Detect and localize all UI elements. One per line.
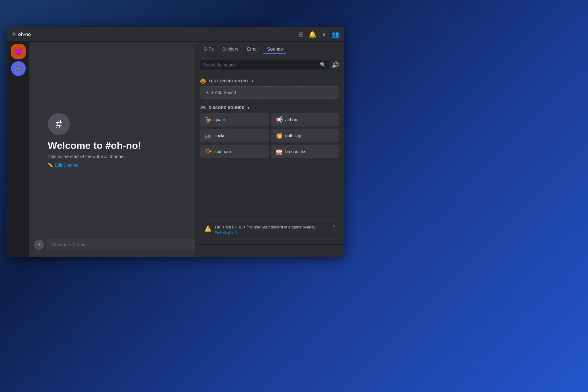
ba-dum-tss-emoji: 🥁 <box>275 148 283 155</box>
server-icon-discord[interactable]: 🎮 <box>11 61 26 76</box>
tab-emoji[interactable]: Emoji <box>243 44 262 54</box>
discord-sounds-chevron: ▾ <box>247 106 249 110</box>
sound-sad-horn[interactable]: 📯 sad horn <box>200 145 269 158</box>
tip-close-button[interactable]: ✕ <box>332 224 336 229</box>
test-environment-section-header[interactable]: 🎃 TEST ENVIRONMENT ▾ <box>200 76 339 86</box>
members-icon[interactable]: 👥 <box>332 31 339 38</box>
sound-cricket[interactable]: 🦗 cricket <box>200 129 269 142</box>
search-input-wrapper: 🔍 <box>200 60 329 70</box>
cricket-emoji: 🦗 <box>204 132 212 139</box>
add-sound-label: + Add Sound <box>211 90 236 95</box>
discord-sounds-icon: 🎮 <box>200 105 206 111</box>
add-attachment-button[interactable]: + <box>34 240 44 250</box>
pins-icon[interactable]: ★ <box>321 31 327 38</box>
warning-icon: ⚠️ <box>205 225 211 232</box>
channel-welcome-icon: # <box>48 113 70 135</box>
tip-link-suffix: . <box>237 230 238 235</box>
discord-sounds-section-header[interactable]: 🎮 DISCORD SOUNDS ▾ <box>200 102 339 113</box>
sound-airhorn[interactable]: 📢 airhorn <box>271 113 340 126</box>
discord-window: # oh-no ⊞ 🔔 ★ 👥 😈 🎮 # <box>7 27 344 257</box>
tip-banner: ⚠️ TIP: Hold CTRL + ` to use Soundboard … <box>200 221 339 239</box>
title-bar-left: # oh-no <box>12 31 31 38</box>
notifications-icon[interactable]: 🔔 <box>309 31 316 38</box>
tab-gifs[interactable]: GIFs <box>200 44 217 54</box>
sad-horn-emoji: 📯 <box>204 148 212 155</box>
quack-label: quack <box>214 117 226 122</box>
search-bar: 🔍 🔊 <box>195 56 344 73</box>
tip-text: TIP: Hold CTRL + ` to use Soundboard in … <box>214 224 316 236</box>
sad-horn-label: sad horn <box>214 149 231 154</box>
volume-icon[interactable]: 🔊 <box>332 61 339 69</box>
channel-name: oh-no <box>18 32 31 37</box>
airhorn-label: airhorn <box>285 117 299 122</box>
sound-quack[interactable]: 🦆 quack <box>200 113 269 126</box>
test-env-chevron: ▾ <box>252 79 254 83</box>
golf-clap-label: golf clap <box>285 133 301 138</box>
edit-keybind-label: Edit Keybind <box>214 230 237 235</box>
content-area: 😈 🎮 # Welcome to #oh-no! This is the sta… <box>7 42 344 257</box>
tab-stickers[interactable]: Stickers <box>219 44 242 54</box>
main-chat: # Welcome to #oh-no! This is the start o… <box>29 42 344 257</box>
tab-sounds[interactable]: Sounds <box>263 44 286 54</box>
sound-golf-clap[interactable]: 👏 golf clap <box>271 129 340 142</box>
server-icon-test[interactable]: 😈 <box>11 44 26 59</box>
title-bar-right: ⊞ 🔔 ★ 👥 <box>299 31 339 38</box>
edit-keybind-link[interactable]: Edit Keybind. <box>214 230 238 235</box>
pencil-icon: ✏️ <box>48 163 53 168</box>
ba-dum-tss-label: ba dum tss <box>285 149 306 154</box>
cricket-label: cricket <box>214 133 227 138</box>
popup-tabs: GIFs Stickers Emoji Sounds <box>195 42 344 56</box>
airhorn-emoji: 📢 <box>275 116 283 123</box>
test-env-label: TEST ENVIRONMENT <box>209 79 249 83</box>
welcome-description: This is the start of the #oh-no channel. <box>48 154 126 159</box>
popup-bottom <box>195 244 344 257</box>
sounds-list: 🎃 TEST ENVIRONMENT ▾ ＋ + Add Sound 🎮 DIS… <box>195 73 344 218</box>
hash-symbol: # <box>56 118 62 130</box>
sound-ba-dum-tss[interactable]: 🥁 ba dum tss <box>271 145 340 158</box>
threads-icon[interactable]: ⊞ <box>299 31 304 38</box>
server-sidebar: 😈 🎮 <box>7 42 29 257</box>
channel-hash-symbol: # <box>12 31 16 38</box>
edit-channel-label: Edit Channel <box>55 163 79 168</box>
welcome-title: Welcome to #oh-no! <box>48 140 141 151</box>
search-icon: 🔍 <box>320 62 326 68</box>
golf-clap-emoji: 👏 <box>275 132 283 139</box>
title-bar: # oh-no ⊞ 🔔 ★ 👥 <box>7 27 344 42</box>
plus-icon: ＋ <box>205 90 209 95</box>
edit-channel-link[interactable]: ✏️ Edit Channel <box>48 163 79 168</box>
tip-main-text: TIP: Hold CTRL + ` to use Soundboard in … <box>214 225 316 229</box>
discord-sounds-label: DISCORD SOUNDS <box>209 106 244 110</box>
search-input[interactable] <box>203 62 318 67</box>
add-sound-button[interactable]: ＋ + Add Sound <box>200 86 339 99</box>
soundboard-popup: GIFs Stickers Emoji Sounds <box>195 42 344 257</box>
sound-grid: 🦆 quack 📢 airhorn 🦗 cricket 👏 <box>200 113 339 158</box>
quack-emoji: 🦆 <box>204 116 212 123</box>
test-env-icon: 🎃 <box>200 78 206 84</box>
